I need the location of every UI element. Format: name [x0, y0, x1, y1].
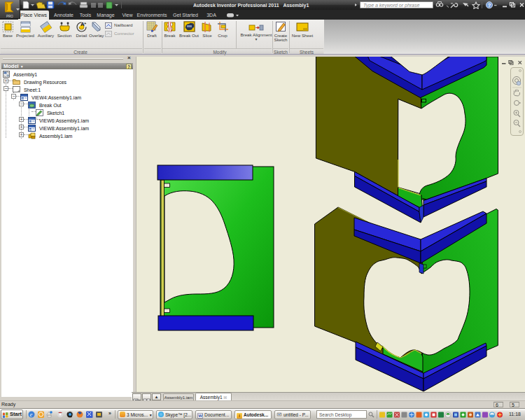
svg-text:PRO: PRO: [6, 15, 13, 18]
svg-text:e: e: [30, 412, 33, 418]
svg-text:A: A: [80, 21, 85, 27]
svg-text:?: ?: [488, 2, 491, 8]
